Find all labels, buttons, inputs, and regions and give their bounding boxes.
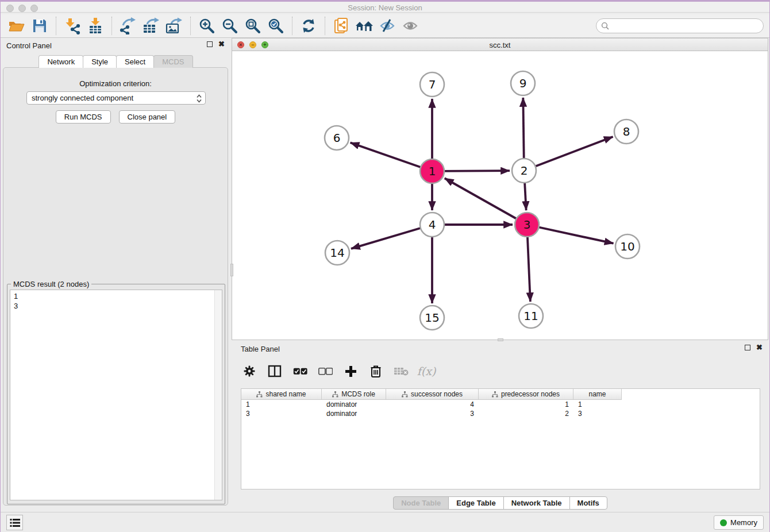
control-panel-tabs: NetworkStyleSelectMCDS	[1, 55, 230, 68]
zoom-in-button[interactable]	[195, 16, 218, 36]
export-image-button[interactable]	[163, 16, 186, 36]
graph-node-4[interactable]: 4	[420, 213, 444, 237]
table-row[interactable]: 3dominator323	[241, 409, 622, 418]
toolbar-separator	[111, 17, 112, 35]
function-builder-button[interactable]: f(x)	[418, 362, 435, 380]
control-panel-title: Control Panel	[6, 41, 52, 50]
criterion-dropdown[interactable]: strongly connected component	[26, 91, 206, 105]
zoom-fit-button[interactable]	[241, 16, 264, 36]
graph-node-1[interactable]: 1	[420, 159, 444, 183]
float-panel-icon[interactable]	[207, 41, 213, 47]
tab-motifs[interactable]: Motifs	[569, 496, 607, 510]
graph-node-10[interactable]: 10	[615, 234, 640, 259]
close-table-panel-icon[interactable]: ✖	[756, 345, 763, 350]
new-network-from-file-button[interactable]	[330, 16, 353, 36]
window-title: Session: New Session	[1, 3, 769, 12]
column-header-successor-nodes[interactable]: successor nodes	[386, 389, 479, 399]
result-scrollbar[interactable]	[214, 290, 222, 500]
export-network-button[interactable]	[117, 16, 140, 36]
tab-network[interactable]: Network	[38, 55, 83, 68]
tab-node-table[interactable]: Node Table	[393, 496, 449, 510]
plus-icon	[345, 365, 357, 377]
open-file-button[interactable]	[5, 16, 28, 36]
float-table-panel-icon[interactable]	[745, 345, 750, 350]
cell-MCDS-role[interactable]: dominator	[322, 400, 386, 409]
column-header-MCDS-role[interactable]: MCDS role	[322, 389, 386, 399]
checked-boxes-icon	[293, 368, 307, 375]
delete-table-icon	[394, 367, 409, 376]
graph-node-14[interactable]: 14	[325, 241, 349, 265]
cell-shared-name[interactable]: 1	[241, 400, 322, 409]
mcds-result-area[interactable]: 1 3	[10, 290, 222, 500]
edge-3-1[interactable]	[445, 178, 527, 225]
vertical-splitter-handle[interactable]	[230, 264, 233, 276]
mcds-result-group: MCDS result (2 nodes) 1 3	[7, 284, 225, 504]
tab-network-table[interactable]: Network Table	[503, 496, 570, 510]
export-table-icon	[143, 17, 160, 34]
hide-selected-button[interactable]	[376, 16, 399, 36]
cell-name[interactable]: 3	[573, 409, 622, 418]
control-panel: Control Panel ✖ NetworkStyleSelectMCDS O…	[1, 38, 230, 511]
network-graph[interactable]: 7968124314101511	[232, 51, 769, 340]
tab-mcds[interactable]: MCDS	[153, 55, 192, 68]
search-field[interactable]	[596, 18, 764, 33]
node-table[interactable]: shared nameMCDS rolesuccessor nodesprede…	[241, 388, 760, 489]
network-window-titlebar[interactable]: × − + scc.txt	[232, 38, 768, 51]
import-network-button[interactable]	[61, 16, 84, 36]
first-neighbors-button[interactable]	[353, 16, 376, 36]
select-all-columns-button[interactable]	[291, 362, 309, 380]
memory-button[interactable]: Memory	[714, 515, 764, 530]
export-table-button[interactable]	[140, 16, 163, 36]
delete-column-button[interactable]	[367, 362, 384, 380]
search-input[interactable]	[609, 22, 763, 30]
network-canvas[interactable]: 7968124314101511	[232, 51, 768, 340]
tab-select[interactable]: Select	[116, 55, 154, 68]
import-table-button[interactable]	[84, 16, 107, 36]
close-panel-button[interactable]: Close panel	[119, 110, 176, 124]
run-mcds-button[interactable]: Run MCDS	[56, 110, 111, 124]
table-row[interactable]: 1dominator411	[241, 400, 622, 409]
cell-predecessor-nodes[interactable]: 2	[479, 409, 573, 418]
graph-node-6[interactable]: 6	[325, 126, 349, 150]
zoom-selected-button[interactable]	[264, 16, 287, 36]
show-task-history-button[interactable]	[6, 515, 23, 530]
show-all-button[interactable]	[399, 16, 422, 36]
cell-MCDS-role[interactable]: dominator	[322, 409, 386, 418]
status-bar: Memory	[1, 512, 769, 532]
graph-node-3[interactable]: 3	[515, 213, 539, 237]
save-session-button[interactable]	[28, 16, 51, 36]
cell-successor-nodes[interactable]: 3	[386, 409, 479, 418]
cell-name[interactable]: 1	[573, 400, 622, 409]
edge-3-10[interactable]	[527, 225, 614, 244]
edge-2-8[interactable]	[524, 137, 613, 171]
window-titlebar: Session: New Session	[1, 0, 769, 13]
graph-node-9[interactable]: 9	[511, 71, 535, 95]
graph-node-11[interactable]: 11	[519, 304, 543, 328]
column-header-name[interactable]: name	[573, 389, 622, 399]
edge-1-6[interactable]	[351, 142, 432, 171]
graph-node-2[interactable]: 2	[512, 159, 536, 183]
cell-successor-nodes[interactable]: 4	[386, 400, 479, 409]
table-settings-button[interactable]	[241, 362, 258, 380]
fx-icon: f(x)	[417, 365, 436, 377]
graph-node-15[interactable]: 15	[420, 306, 444, 330]
graph-node-7[interactable]: 7	[420, 72, 444, 97]
tab-style[interactable]: Style	[83, 55, 117, 68]
node-label: 14	[330, 246, 344, 260]
cell-shared-name[interactable]: 3	[241, 409, 322, 418]
save-icon	[32, 18, 47, 33]
deselect-all-columns-button[interactable]	[317, 362, 334, 380]
graph-node-8[interactable]: 8	[614, 119, 638, 144]
cell-predecessor-nodes[interactable]: 1	[479, 400, 573, 409]
column-header-predecessor-nodes[interactable]: predecessor nodes	[479, 389, 573, 399]
delete-table-button[interactable]	[392, 362, 410, 380]
gear-icon	[243, 365, 256, 377]
apply-layout-button[interactable]	[297, 16, 320, 36]
column-type-icon	[332, 391, 338, 398]
zoom-out-button[interactable]	[218, 16, 241, 36]
add-column-button[interactable]	[342, 362, 359, 380]
tab-edge-table[interactable]: Edge Table	[448, 496, 503, 510]
column-header-shared-name[interactable]: shared name	[241, 389, 322, 399]
toggle-panels-button[interactable]	[266, 362, 283, 380]
close-panel-icon[interactable]: ✖	[218, 41, 225, 47]
